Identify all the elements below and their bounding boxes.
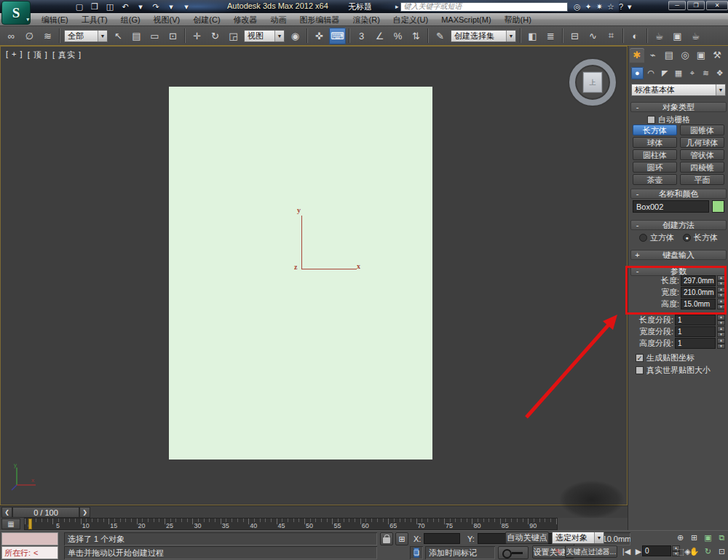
width-spinner[interactable]: ▲▼ [717,287,725,298]
help-caret-icon[interactable]: ▾ [628,2,632,12]
tab-display-icon[interactable]: ▣ [694,48,708,63]
tab-hierarchy-icon[interactable]: ▤ [662,48,676,63]
width-segs-field[interactable]: 1 [675,326,716,337]
curve-editor-icon[interactable]: ∿ [585,28,601,44]
rollout-creation-method[interactable]: - 创建方法 [630,220,727,230]
x-coordinate-field[interactable] [424,533,460,544]
menu-item-1[interactable]: 工具(T) [75,13,114,26]
close-button[interactable]: ✕ [706,1,728,10]
spinner-up-icon[interactable]: ▲ [717,326,725,332]
menu-item-10[interactable]: MAXScript(M) [435,13,497,26]
search-input[interactable]: 键入关键字或短语 [400,2,568,12]
window-crossing-icon[interactable]: ⊡ [165,28,181,44]
height-segs-spinner[interactable]: ▲▼ [717,338,725,349]
dropdown-caret-icon[interactable]: ▼ [274,31,284,42]
dropdown-caret-icon[interactable]: ▼ [506,31,515,42]
render-setup-icon[interactable]: ☕ [651,28,668,44]
help-icon[interactable]: ? [619,2,623,11]
zoom-icon[interactable]: ⊕ [674,532,687,544]
menu-item-5[interactable]: 修改器 [227,13,264,26]
search-flyout-icon[interactable]: ▸ [395,3,399,10]
time-slider-handle[interactable]: ❮ 0 / 100 ❯ [1,507,90,518]
zoom-extents-icon[interactable]: ▣ [702,532,714,544]
select-and-rotate-icon[interactable]: ↻ [207,28,223,44]
spinner-down-icon[interactable]: ▼ [717,320,725,326]
maxscript-macro-recorder-pane[interactable] [1,532,58,545]
object-type-geosphere-button[interactable]: 几何球体 [680,137,724,148]
menu-item-11[interactable]: 帮助(H) [498,13,538,26]
search-icon[interactable]: ◎ [574,2,581,12]
undo-caret-icon[interactable]: ▾ [134,1,147,12]
orbit-icon[interactable]: ↻ [702,545,714,558]
spinner-down-icon[interactable]: ▼ [717,344,725,350]
spinner-down-icon[interactable]: ▼ [717,281,725,287]
menu-item-8[interactable]: 渲染(R) [347,13,387,26]
spinner-up-icon[interactable]: ▲ [717,299,725,304]
rollout-parameters[interactable]: - 参数 [630,266,727,276]
time-tag-icon-button[interactable]: ❏ [410,546,423,559]
select-and-move-icon[interactable]: ✛ [189,28,205,44]
menu-item-3[interactable]: 视图(V) [147,13,187,26]
dropdown-caret-icon[interactable]: ▼ [594,532,604,543]
select-object-icon[interactable]: ↖ [110,28,127,44]
time-slider-track[interactable]: ❮ 0 / 100 ❯ [0,505,628,518]
length-segs-field[interactable]: 1 [675,315,716,326]
track-bar[interactable]: ▦ 051015202530354045505560657075808590 [0,518,628,530]
menu-item-6[interactable]: 动画 [264,13,293,26]
rectangular-selection-region-icon[interactable]: ▭ [146,28,163,44]
object-type-teapot-button[interactable]: 茶壶 [633,174,677,185]
autogrid-checkbox[interactable] [647,116,655,124]
rollout-name-and-color[interactable]: - 名称和颜色 [630,189,727,199]
maximize-viewport-toggle-icon[interactable]: ⊡ [716,545,728,558]
pan-view-icon[interactable]: ✋ [688,545,700,558]
redo-caret-icon[interactable]: ▾ [165,1,178,12]
dropdown-caret-icon[interactable]: ▼ [716,84,725,95]
maxscript-listener-pane[interactable]: 所在行: < [1,546,58,559]
communication-center-icon[interactable]: ✷ [596,2,603,12]
rollout-collapse-icon[interactable]: - [634,189,641,199]
previous-frame-icon[interactable]: ❮ [1,507,12,518]
viewport-menu-general[interactable]: [ + ] [6,50,23,60]
new-file-icon[interactable]: ▢ [73,1,86,12]
object-type-cylinder-button[interactable]: 圆柱体 [633,149,677,160]
snaps-toggle-3d-icon[interactable]: 3 [353,28,370,44]
zoom-all-icon[interactable]: ⊞ [688,532,700,544]
key-filters-button[interactable]: 关键点过滤器... [565,545,617,558]
rollout-collapse-icon[interactable]: - [634,103,641,112]
toolbar-customize-icon[interactable]: ▾ [180,1,193,12]
spinner-up-icon[interactable]: ▲ [717,287,725,293]
object-name-field[interactable]: Box002 [633,200,709,213]
viewport-top[interactable]: [ + ] [ 顶 ] [ 真实 ] y z x 上 y x [0,46,628,505]
box-object-top-face[interactable] [169,87,432,460]
unlink-selection-icon[interactable]: ∅ [21,28,38,44]
app-menu-button[interactable]: S ▾ [1,1,31,25]
primitive-category-dropdown[interactable]: 标准基本体 ▼ [631,84,726,96]
tab-create-icon[interactable]: ✱ [630,48,644,63]
spinner-up-icon[interactable]: ▲ [717,338,725,344]
object-color-swatch[interactable] [712,200,724,213]
selection-filter-dropdown[interactable]: 全部▼ [64,30,108,42]
select-and-manipulate-icon[interactable]: ✜ [311,28,328,44]
select-by-name-icon[interactable]: ▤ [128,28,145,44]
menu-item-0[interactable]: 编辑(E) [35,13,75,26]
rollout-collapse-icon[interactable]: - [634,267,641,276]
generate-mapping-coords-checkbox[interactable]: ✓ [636,354,644,362]
schematic-view-icon[interactable]: ⌗ [603,28,620,44]
length-field[interactable]: 297.0mm [681,275,716,286]
height-segs-field[interactable]: 1 [675,338,716,349]
object-type-box-button[interactable]: 长方体 [633,125,677,135]
menu-item-7[interactable]: 图形编辑器 [293,13,347,26]
object-type-sphere-button[interactable]: 球体 [633,137,677,148]
favorites-icon[interactable]: ☆ [607,2,614,12]
dropdown-caret-icon[interactable]: ▼ [98,31,107,42]
current-frame-field[interactable]: 0 [642,545,671,556]
frame-range-display[interactable]: 0 / 100 [12,507,79,518]
create-lights-icon[interactable]: ◤ [659,67,671,79]
tab-motion-icon[interactable]: ◎ [678,48,692,63]
create-shapes-icon[interactable]: ◠ [645,67,657,79]
viewport-menu-shading[interactable]: [ 真实 ] [52,50,82,60]
named-selection-sets-dropdown[interactable]: 创建选择集▼ [451,30,516,42]
create-cameras-icon[interactable]: ▦ [673,67,685,79]
viewcube-top-face[interactable]: 上 [582,71,603,93]
subscription-center-icon[interactable]: ✦ [585,2,592,12]
